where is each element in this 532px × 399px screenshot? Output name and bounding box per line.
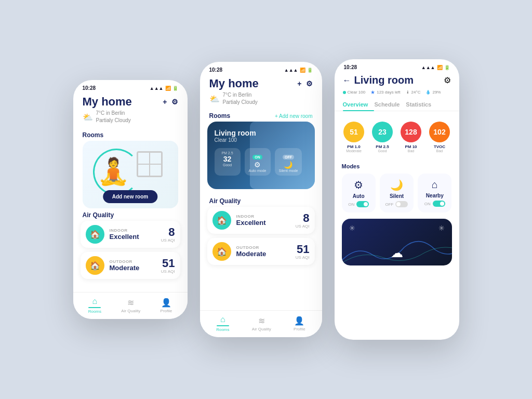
rooms-label-left: Rooms [73, 128, 188, 141]
living-room-page-title: Living room [354, 74, 414, 86]
metric-pm10: 51 PM 1.0 Moderate [342, 117, 366, 157]
weather-text-center: 7°C in Berlin Partialy Cloudy [223, 91, 258, 106]
nav-rooms-center[interactable]: ⌂ Rooms [216, 315, 229, 332]
indoor-aq-card-center: 🏠 INDOOR Excellent 8 US AQI [207, 207, 315, 234]
living-room-controls: PM 2.5 32 Good ON ⚙ Auto mode OFF 🌙 [215, 148, 308, 176]
silent-mode-icon: 🌙 [390, 179, 403, 191]
modes-label: Modes [342, 163, 452, 169]
nav-profile-icon-center: 👤 [294, 316, 304, 326]
nearby-mode-toggle[interactable]: ON [424, 201, 445, 207]
fan-icon-left: ✳ [349, 224, 355, 232]
metric-pm25: 23 PM 2.5 Good [370, 117, 395, 157]
living-room-settings-icon[interactable]: ⚙ [444, 75, 451, 85]
purifier-icon: ☁ [391, 246, 403, 260]
toggle-on-nearby[interactable] [433, 201, 445, 207]
status-icons-center: ▲▲▲ 📶 🔋 [284, 68, 313, 73]
nav-airquality-icon: ≋ [127, 298, 134, 308]
right-meta: Clear 100 ★ 123 days left 🌡 24°C 💧 29% [335, 89, 459, 98]
nav-profile-icon: 👤 [161, 298, 171, 308]
header-actions-left: + ⚙ [163, 98, 178, 106]
toggle-off-silent[interactable] [395, 201, 408, 207]
weather-icon-left: ⛅ [83, 112, 93, 122]
status-icons-right: ▲▲▲ 📶 🔋 [421, 65, 450, 70]
illustration-figure: 🧘 [97, 156, 129, 187]
status-bar-right: 10:28 ▲▲▲ 📶 🔋 [335, 59, 459, 72]
metrics-row: 51 PM 1.0 Moderate 23 PM 2.5 Good 128 PM… [335, 115, 459, 161]
right-title-row: ← Living room [343, 74, 414, 86]
tab-overview[interactable]: Overview [343, 98, 375, 111]
air-quality-label-center: Air Quality [200, 194, 322, 207]
auto-mode-control[interactable]: ON ⚙ Auto mode [245, 148, 271, 176]
bottom-nav-center: ⌂ Rooms ≋ Air Quality 👤 Profile [200, 310, 322, 337]
nav-profile-left[interactable]: 👤 Profile [161, 298, 172, 313]
auto-mode-icon: ⚙ [354, 179, 363, 191]
add-room-text-center[interactable]: + Add new room [275, 113, 313, 119]
app-title-left: My home + ⚙ [83, 95, 178, 109]
outdoor-aq-icon: 🏠 [86, 256, 104, 275]
outdoor-aq-icon-center: 🏠 [212, 242, 231, 261]
meta-humidity: 💧 29% [425, 89, 441, 95]
metric-circle-tvoc: 102 [429, 122, 450, 142]
app-title-center: My home + ⚙ [209, 77, 313, 90]
nav-rooms-left[interactable]: ⌂ Rooms [88, 297, 101, 314]
outdoor-aq-card-center: 🏠 OUTDOOR Moderate 51 US AQI [207, 238, 315, 265]
living-room-card[interactable]: Living room Clear 100 PM 2.5 32 Good ON … [207, 122, 315, 189]
time-center: 10:28 [209, 67, 223, 73]
toggle-on-auto[interactable] [356, 201, 369, 207]
rooms-illustration: 🧘 Add new room [83, 141, 178, 208]
settings-icon-center[interactable]: ⚙ [306, 79, 313, 88]
outdoor-aq-number-center: 51 US AQI [296, 244, 310, 260]
auto-mode-toggle[interactable]: ON [348, 201, 369, 207]
indoor-aq-number: 8 US AQI [161, 227, 175, 243]
indoor-aq-info: INDOOR Excellent [110, 228, 156, 241]
metric-circle-pm25: 23 [372, 122, 393, 142]
metric-tvoc: 102 TVOC Bad [428, 117, 452, 157]
mode-auto[interactable]: ⚙ Auto ON [342, 174, 376, 212]
living-room-title: Living room [215, 129, 308, 137]
rooms-label-center: Rooms [209, 112, 231, 119]
meta-days: ★ 123 days left [370, 89, 400, 95]
tab-schedule[interactable]: Schedule [374, 98, 406, 111]
outdoor-aq-card: 🏠 OUTDOOR Moderate 51 US AQI [81, 252, 180, 279]
nearby-mode-icon: ⌂ [432, 179, 438, 191]
nav-profile-center[interactable]: 👤 Profile [294, 316, 305, 331]
weather-row-left: ⛅ 7°C in Berlin Partialy Cloudy [83, 110, 178, 124]
add-new-room-button[interactable]: Add new room [103, 190, 157, 203]
nav-airquality-center[interactable]: ≋ Air Quality [252, 316, 271, 331]
air-quality-section-center: 🏠 INDOOR Excellent 8 US AQI 🏠 OUTDOOR Mo… [200, 207, 322, 265]
header-actions-center: + ⚙ [297, 79, 312, 88]
mode-silent[interactable]: 🌙 Silent OFF [380, 174, 414, 212]
modes-row: ⚙ Auto ON 🌙 Silent OFF ⌂ [342, 174, 452, 212]
add-room-icon[interactable]: + [163, 98, 167, 106]
fan-icon-right: ✳ [438, 224, 445, 232]
phone-left: 10:28 ▲▲▲ 📶 🔋 My home + ⚙ ⛅ 7°C in Berli… [73, 80, 188, 319]
metric-circle-pm100: 128 [401, 122, 421, 142]
indoor-aq-icon-center: 🏠 [212, 211, 231, 230]
silent-mode-toggle[interactable]: OFF [385, 201, 408, 207]
right-header: ← Living room ⚙ [335, 72, 459, 89]
phone-right: 10:28 ▲▲▲ 📶 🔋 ← Living room ⚙ Clear 100 … [335, 59, 459, 340]
purifier-dark-section: ✳ ✳ ☁ [342, 219, 452, 265]
nav-rooms-icon: ⌂ [92, 297, 98, 306]
weather-row-center: ⛅ 7°C in Berlin Partialy Cloudy [209, 91, 313, 106]
mode-nearby[interactable]: ⌂ Nearby ON [418, 174, 451, 212]
indoor-aq-icon: 🏠 [86, 225, 104, 244]
nav-airquality-left[interactable]: ≋ Air Quality [121, 298, 140, 313]
nav-airquality-icon-center: ≋ [258, 316, 265, 326]
back-button[interactable]: ← [343, 76, 351, 85]
weather-icon-center: ⛅ [209, 94, 220, 104]
tabs-row: Overview Schedule Statistics [335, 98, 459, 111]
meta-temp: 🌡 24°C [406, 89, 421, 95]
settings-icon[interactable]: ⚙ [171, 98, 178, 106]
tab-statistics[interactable]: Statistics [406, 98, 437, 111]
bottom-nav-left: ⌂ Rooms ≋ Air Quality 👤 Profile [73, 292, 188, 319]
status-bar-left: 10:28 ▲▲▲ 📶 🔋 [73, 80, 188, 93]
app-header-center: My home + ⚙ ⛅ 7°C in Berlin Partialy Clo… [200, 75, 322, 110]
indoor-aq-number-center: 8 US AQI [296, 212, 310, 229]
silent-mode-control[interactable]: OFF 🌙 Silent mode [275, 148, 302, 176]
clear-indicator [343, 91, 346, 94]
living-room-subtitle: Clear 100 [215, 137, 308, 143]
add-icon-center[interactable]: + [297, 79, 301, 88]
outdoor-aq-info: OUTDOOR Moderate [110, 259, 156, 272]
indoor-aq-card: 🏠 INDOOR Excellent 8 US AQI [81, 221, 180, 248]
